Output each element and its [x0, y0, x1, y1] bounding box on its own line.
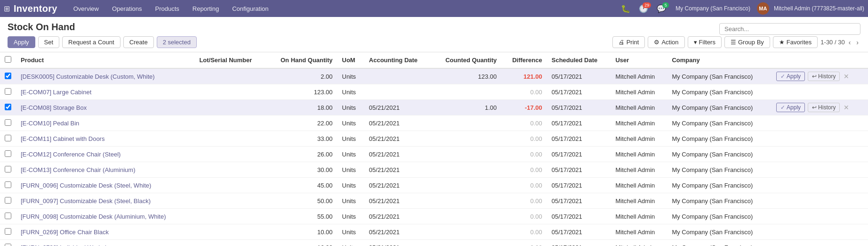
select-all-header[interactable]	[0, 52, 16, 68]
col-header-company[interactable]: Company	[667, 52, 772, 68]
row-product[interactable]: [E-COM12] Conference Chair (Steel)	[16, 147, 194, 162]
row-checkbox[interactable]	[5, 228, 11, 235]
row-checkbox[interactable]	[5, 104, 11, 110]
row-counted-qty[interactable]	[431, 224, 501, 240]
row-checkbox[interactable]	[5, 88, 11, 95]
row-checkbox[interactable]	[5, 181, 11, 188]
row-product[interactable]: [E-COM07] Large Cabinet	[16, 84, 194, 100]
app-logo[interactable]: Inventory	[14, 3, 57, 14]
row-set-button[interactable]: ○ Set	[776, 149, 798, 159]
print-button[interactable]: 🖨 Print	[612, 36, 645, 48]
clock-icon-btn[interactable]: 🕐 29	[636, 2, 651, 15]
next-page-button[interactable]: ›	[854, 38, 860, 47]
favorites-button[interactable]: ★ Favorites	[773, 36, 818, 48]
col-header-counted-qty[interactable]: Counted Quantity	[431, 52, 501, 68]
col-header-accounting-date[interactable]: Accounting Date	[364, 52, 431, 68]
nav-menu-item-operations[interactable]: Operations	[105, 0, 149, 17]
row-counted-qty[interactable]: 1.00	[431, 100, 501, 115]
create-button[interactable]: Create	[123, 36, 154, 48]
row-checkbox[interactable]	[5, 197, 11, 204]
chat-icon-btn[interactable]: 💬 5	[654, 2, 669, 15]
row-apply-button[interactable]: ✓ Apply	[776, 103, 805, 112]
row-product[interactable]: [E-COM10] Pedal Bin	[16, 115, 194, 131]
row-history-button[interactable]: ↩ History	[801, 212, 833, 221]
apply-button[interactable]: Apply	[8, 36, 35, 48]
row-set-button[interactable]: ○ Set	[776, 227, 798, 237]
select-all-checkbox[interactable]	[5, 56, 11, 63]
set-button[interactable]: Set	[38, 36, 60, 48]
row-product[interactable]: [E-COM11] Cabinet with Doors	[16, 131, 194, 147]
row-checkbox[interactable]	[5, 119, 11, 126]
nav-menu-item-reporting[interactable]: Reporting	[186, 0, 225, 17]
col-header-uom[interactable]: UoM	[338, 52, 364, 68]
row-set-button[interactable]: ○ Set	[776, 196, 798, 205]
nav-menu-item-products[interactable]: Products	[149, 0, 186, 17]
row-close-button[interactable]: ✕	[843, 104, 850, 111]
nav-user[interactable]: Mitchell Admin (7773825-master-all)	[774, 5, 864, 12]
request-count-button[interactable]: Request a Count	[62, 36, 121, 48]
row-history-button[interactable]: ↩ History	[801, 165, 833, 174]
row-counted-qty[interactable]	[431, 84, 501, 100]
search-input[interactable]	[719, 23, 860, 35]
row-product[interactable]: [FURN_0098] Customizable Desk (Aluminium…	[16, 209, 194, 224]
row-set-button[interactable]: ○ Set	[776, 134, 798, 143]
row-counted-qty[interactable]	[431, 131, 501, 147]
col-header-product[interactable]: Product	[16, 52, 194, 68]
row-product[interactable]: [E-COM13] Conference Chair (Aluminium)	[16, 162, 194, 178]
row-checkbox-cell	[0, 100, 16, 115]
row-history-button[interactable]: ↩ History	[801, 87, 833, 97]
prev-page-button[interactable]: ‹	[847, 38, 853, 47]
row-history-button[interactable]: ↩ History	[801, 180, 833, 190]
row-history-button[interactable]: ↩ History	[801, 227, 833, 237]
row-set-button[interactable]: ○ Set	[776, 243, 798, 246]
row-product[interactable]: [FURN_0789] Individual Workplace	[16, 240, 194, 246]
row-set-button[interactable]: ○ Set	[776, 87, 798, 97]
nav-menu-item-overview[interactable]: Overview	[67, 0, 105, 17]
col-header-lot[interactable]: Lot/Serial Number	[194, 52, 266, 68]
row-checkbox[interactable]	[5, 244, 11, 246]
filters-button[interactable]: ▾ Filters	[688, 36, 722, 48]
row-set-button[interactable]: ○ Set	[776, 180, 798, 190]
row-set-button[interactable]: ○ Set	[776, 118, 798, 128]
row-product[interactable]: [FURN_0269] Office Chair Black	[16, 224, 194, 240]
row-close-button[interactable]: ✕	[843, 73, 850, 80]
row-history-button[interactable]: ↩ History	[801, 196, 833, 205]
row-counted-qty[interactable]	[431, 193, 501, 209]
row-history-button[interactable]: ↩ History	[808, 103, 840, 112]
row-checkbox[interactable]	[5, 150, 11, 157]
row-counted-qty[interactable]	[431, 240, 501, 246]
action-button[interactable]: ⚙ Action	[648, 36, 684, 48]
col-header-scheduled-date[interactable]: Scheduled Date	[547, 52, 611, 68]
row-product[interactable]: [DESK0005] Customizable Desk (Custom, Wh…	[16, 68, 194, 84]
row-counted-qty[interactable]: 123.00	[431, 68, 501, 84]
selected-badge[interactable]: 2 selected	[157, 36, 197, 48]
row-checkbox[interactable]	[5, 166, 11, 172]
col-header-user[interactable]: User	[611, 52, 667, 68]
row-checkbox[interactable]	[5, 73, 11, 79]
grid-icon[interactable]: ⊞	[4, 4, 10, 13]
col-header-on-hand-qty[interactable]: On Hand Quantity	[266, 52, 338, 68]
row-counted-qty[interactable]	[431, 162, 501, 178]
row-counted-qty[interactable]	[431, 115, 501, 131]
row-history-button[interactable]: ↩ History	[808, 72, 840, 81]
col-header-difference[interactable]: Difference	[501, 52, 547, 68]
row-product[interactable]: [FURN_0097] Customizable Desk (Steel, Bl…	[16, 193, 194, 209]
row-product[interactable]: [E-COM08] Storage Box	[16, 100, 194, 115]
row-product[interactable]: [FURN_0096] Customizable Desk (Steel, Wh…	[16, 178, 194, 193]
row-checkbox[interactable]	[5, 213, 11, 219]
nav-menu-item-configuration[interactable]: Configuration	[225, 0, 275, 17]
row-set-button[interactable]: ○ Set	[776, 212, 798, 221]
row-history-button[interactable]: ↩ History	[801, 134, 833, 143]
row-checkbox[interactable]	[5, 135, 11, 141]
row-counted-qty[interactable]	[431, 209, 501, 224]
row-counted-qty[interactable]	[431, 178, 501, 193]
row-history-button[interactable]: ↩ History	[801, 149, 833, 159]
row-history-button[interactable]: ↩ History	[801, 243, 833, 246]
row-apply-button[interactable]: ✓ Apply	[776, 72, 805, 81]
row-set-button[interactable]: ○ Set	[776, 165, 798, 174]
row-counted-qty[interactable]	[431, 147, 501, 162]
row-actions-cell: ✓ Apply↩ History✕	[772, 68, 868, 84]
row-history-button[interactable]: ↩ History	[801, 118, 833, 128]
bug-icon-btn[interactable]: 🐛	[618, 2, 633, 15]
groupby-button[interactable]: ☰ Group By	[724, 36, 770, 48]
